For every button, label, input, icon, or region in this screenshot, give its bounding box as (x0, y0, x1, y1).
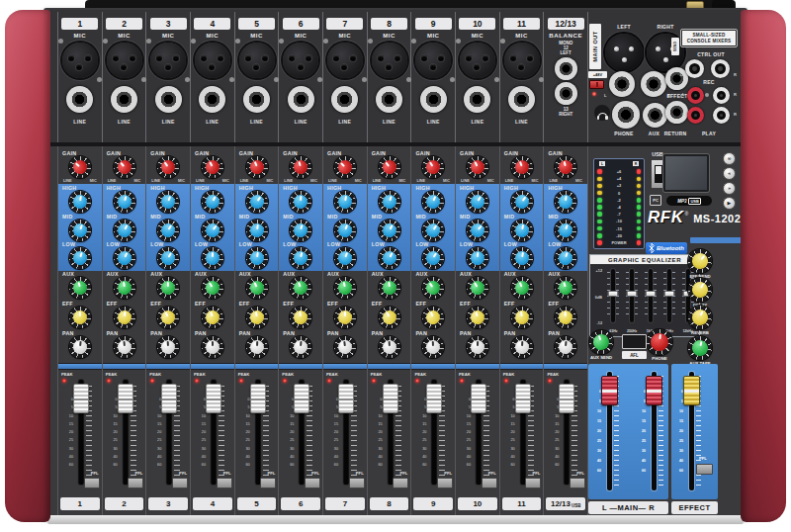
fader-handle[interactable] (161, 384, 177, 413)
high-knob[interactable] (511, 191, 533, 213)
high-knob[interactable] (157, 191, 179, 213)
effect-pfl-button[interactable] (696, 464, 713, 475)
pan-knob[interactable] (202, 336, 223, 358)
pan-knob[interactable] (334, 336, 356, 358)
eff-knob[interactable] (334, 307, 356, 328)
low-knob[interactable] (555, 247, 576, 269)
pan-knob[interactable] (114, 336, 135, 358)
pfl-button[interactable] (570, 478, 585, 488)
low-knob[interactable] (202, 247, 223, 269)
main-out-left-xlr[interactable] (605, 34, 643, 71)
fader-handle[interactable] (118, 384, 133, 413)
low-knob[interactable] (379, 247, 400, 269)
afl-button[interactable] (622, 334, 647, 349)
pfl-button[interactable] (305, 478, 320, 488)
high-knob[interactable] (422, 191, 444, 213)
gain-knob[interactable] (555, 156, 576, 178)
rec-r-rca[interactable] (713, 87, 730, 104)
high-knob[interactable] (202, 191, 223, 213)
low-knob[interactable] (290, 247, 311, 269)
phone-jack[interactable] (612, 101, 640, 129)
aux-knob[interactable] (467, 277, 488, 299)
low-knob[interactable] (334, 247, 356, 269)
line-input-jack[interactable] (331, 86, 358, 113)
aux-knob[interactable] (69, 277, 91, 299)
gain-knob[interactable] (202, 156, 223, 178)
high-knob[interactable] (114, 191, 135, 213)
pan-knob[interactable] (467, 336, 488, 358)
aux-knob[interactable] (555, 277, 576, 299)
pan-knob[interactable] (157, 336, 179, 358)
fader-handle[interactable] (250, 384, 266, 413)
low-knob[interactable] (467, 247, 488, 269)
aux-jack[interactable] (643, 103, 667, 128)
mid-knob[interactable] (69, 220, 91, 241)
gain-knob[interactable] (334, 156, 356, 178)
mid-knob[interactable] (290, 220, 311, 241)
pfl-button[interactable] (525, 478, 541, 488)
high-knob[interactable] (246, 191, 268, 213)
aux-knob[interactable] (511, 277, 533, 299)
fader-handle[interactable] (73, 384, 89, 413)
mic-xlr-input[interactable] (504, 43, 540, 78)
eff-knob[interactable] (422, 307, 444, 328)
line-input-jack[interactable] (111, 86, 137, 113)
gain-knob[interactable] (246, 156, 268, 178)
main-r-fader-handle[interactable] (646, 376, 662, 405)
gain-knob[interactable] (379, 156, 400, 178)
aux-knob[interactable] (114, 277, 135, 299)
gain-knob[interactable] (511, 156, 533, 178)
effect-return-jack[interactable] (665, 101, 688, 124)
high-knob[interactable] (69, 191, 91, 213)
high-knob[interactable] (555, 191, 576, 213)
pfl-button[interactable] (172, 478, 188, 488)
pan-knob[interactable] (246, 336, 268, 358)
aux-knob[interactable] (246, 277, 268, 299)
aux-knob[interactable] (422, 277, 444, 299)
line-input-jack[interactable] (508, 86, 535, 113)
eff-knob[interactable] (555, 307, 576, 328)
mic-xlr-input[interactable] (150, 43, 186, 78)
mic-xlr-input[interactable] (460, 43, 495, 78)
mid-knob[interactable] (202, 220, 223, 241)
eff-knob[interactable] (467, 307, 488, 328)
main-out-l-jack[interactable] (609, 71, 635, 97)
aux-knob[interactable] (379, 277, 400, 299)
balance-left-jack[interactable] (555, 57, 577, 80)
ctrl-out-l-rca[interactable] (685, 59, 704, 78)
pfl-button[interactable] (437, 478, 453, 488)
line-input-jack[interactable] (420, 86, 447, 113)
aux-knob[interactable] (202, 277, 223, 299)
high-knob[interactable] (467, 191, 488, 213)
balance-right-jack[interactable] (555, 82, 577, 105)
mic-xlr-input[interactable] (62, 43, 98, 78)
eff-knob[interactable] (114, 307, 135, 328)
fader-handle[interactable] (559, 384, 574, 413)
eff-knob[interactable] (379, 307, 400, 328)
fader-handle[interactable] (206, 384, 221, 413)
fader-handle[interactable] (426, 384, 442, 413)
mic-xlr-input[interactable] (327, 43, 363, 78)
low-knob[interactable] (511, 247, 533, 269)
pfl-button[interactable] (482, 478, 497, 488)
mid-knob[interactable] (379, 220, 400, 241)
rec-l-rca[interactable] (687, 87, 704, 104)
pfl-button[interactable] (393, 478, 408, 488)
pan-knob[interactable] (555, 336, 576, 358)
line-input-jack[interactable] (199, 86, 225, 113)
fader-handle[interactable] (471, 384, 486, 413)
aux-knob[interactable] (157, 277, 179, 299)
main-l-fader-handle[interactable] (601, 376, 618, 405)
play-r-rca[interactable] (713, 107, 730, 124)
low-knob[interactable] (114, 247, 135, 269)
mid-knob[interactable] (467, 220, 488, 241)
pan-knob[interactable] (511, 336, 533, 358)
low-knob[interactable] (246, 247, 268, 269)
line-input-jack[interactable] (288, 86, 314, 113)
aux-knob[interactable] (290, 277, 311, 299)
gain-knob[interactable] (422, 156, 444, 178)
aux-send-knob[interactable] (589, 330, 613, 354)
effect-fader-handle[interactable] (683, 376, 700, 405)
gain-knob[interactable] (290, 156, 311, 178)
eff-knob[interactable] (290, 307, 311, 328)
